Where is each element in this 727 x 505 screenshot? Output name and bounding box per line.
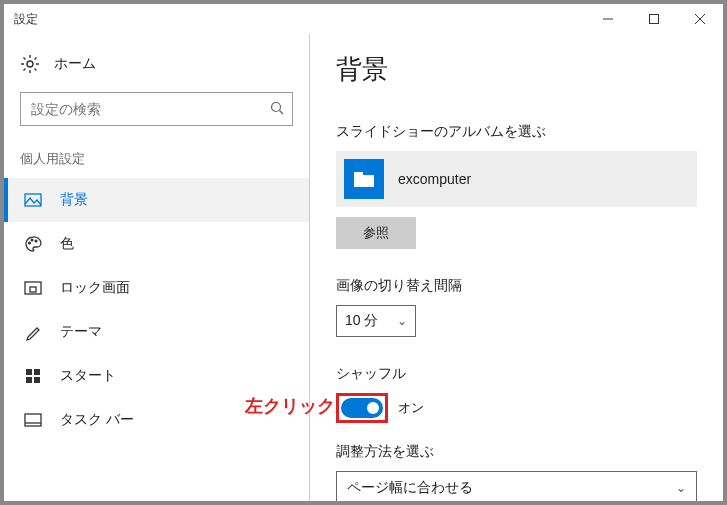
title-bar: 設定 [4,4,723,34]
taskbar-icon [24,411,42,429]
nav-item-colors[interactable]: 色 [4,222,309,266]
svg-rect-12 [30,287,36,292]
nav-item-themes[interactable]: テーマ [4,310,309,354]
sidebar: ホーム 個人用設定 背景 色 [4,34,309,501]
slideshow-album-label: スライドショーのアルバムを選ぶ [336,123,697,141]
image-icon [24,191,42,209]
svg-point-8 [29,242,31,244]
svg-point-5 [272,102,281,111]
content-pane: 背景 スライドショーのアルバムを選ぶ excomputer 参照 画像の切り替え… [309,34,723,501]
nav-item-lockscreen[interactable]: ロック画面 [4,266,309,310]
chevron-down-icon: ⌄ [676,481,686,495]
fit-select[interactable]: ページ幅に合わせる ⌄ [336,471,697,501]
settings-window: 設定 ホーム [4,4,723,501]
window-title: 設定 [14,11,38,28]
nav-item-taskbar[interactable]: タスク バー [4,398,309,442]
toggle-knob [367,402,379,414]
svg-rect-19 [354,175,374,187]
close-button[interactable] [677,4,723,34]
nav-item-label: タスク バー [60,411,134,429]
svg-point-9 [31,239,33,241]
svg-point-10 [35,240,37,242]
album-row[interactable]: excomputer [336,151,697,207]
folder-icon [344,159,384,199]
svg-rect-14 [34,369,40,375]
gear-icon [20,54,40,74]
fit-label: 調整方法を選ぶ [336,443,697,461]
shuffle-label: シャッフル [336,365,697,383]
annotation-highlight [336,393,388,423]
start-icon [24,367,42,385]
theme-icon [24,323,42,341]
svg-rect-7 [25,194,41,206]
nav-group-header: 個人用設定 [4,150,309,178]
browse-button[interactable]: 参照 [336,217,416,249]
svg-rect-20 [354,172,363,176]
svg-rect-17 [25,414,41,426]
lockscreen-icon [24,279,42,297]
svg-rect-13 [26,369,32,375]
nav-item-label: 色 [60,235,74,253]
svg-point-4 [27,61,33,67]
maximize-button[interactable] [631,4,677,34]
home-link[interactable]: ホーム [4,44,309,92]
palette-icon [24,235,42,253]
search-icon [270,101,284,118]
album-name: excomputer [398,171,471,187]
interval-label: 画像の切り替え間隔 [336,277,697,295]
svg-rect-15 [26,377,32,383]
fit-value: ページ幅に合わせる [347,479,473,497]
nav-item-start[interactable]: スタート [4,354,309,398]
nav-item-background[interactable]: 背景 [4,178,309,222]
shuffle-state: オン [398,399,424,417]
nav-item-label: テーマ [60,323,102,341]
interval-value: 10 分 [345,312,378,330]
svg-rect-16 [34,377,40,383]
search-box[interactable] [20,92,293,126]
svg-rect-1 [650,15,659,24]
chevron-down-icon: ⌄ [397,314,407,328]
search-input[interactable] [31,101,264,117]
shuffle-toggle[interactable] [341,398,383,418]
home-label: ホーム [54,55,96,73]
minimize-button[interactable] [585,4,631,34]
page-title: 背景 [336,52,697,87]
interval-select[interactable]: 10 分 ⌄ [336,305,416,337]
nav-item-label: スタート [60,367,116,385]
nav-item-label: ロック画面 [60,279,130,297]
nav-item-label: 背景 [60,191,88,209]
svg-line-6 [280,110,284,114]
